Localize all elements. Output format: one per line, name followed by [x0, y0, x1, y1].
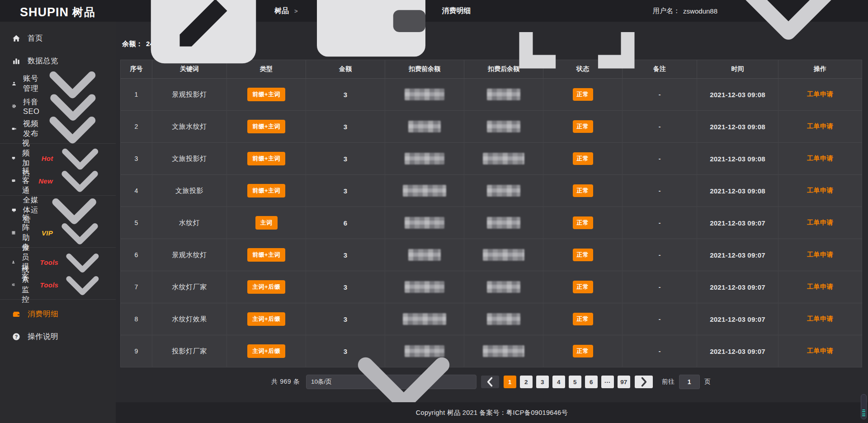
remark-text: -	[659, 123, 661, 130]
work-order-link[interactable]: 工单申请	[807, 90, 833, 98]
status-badge: 正常	[573, 88, 593, 101]
page-button-1[interactable]: 1	[504, 376, 516, 388]
side-widget[interactable]	[861, 394, 867, 419]
keyword-text: 水纹灯	[179, 219, 200, 226]
status-badge: 正常	[573, 281, 593, 293]
chart-icon	[12, 57, 21, 65]
keyword-text: 投影灯厂家	[172, 347, 207, 355]
vip-tag: VIP	[42, 229, 53, 237]
remark-text: -	[659, 283, 661, 291]
amount-text: 6	[344, 219, 347, 227]
work-order-link[interactable]: 工单申请	[807, 347, 833, 354]
logo-text-cn: 树品	[72, 5, 96, 19]
row-index: 7	[135, 283, 138, 291]
page-button-2[interactable]: 2	[520, 376, 533, 388]
masked-balance-after	[483, 153, 524, 164]
time-text: 2021-12-03 09:07	[710, 315, 765, 323]
amount-text: 3	[344, 91, 347, 99]
user-area: 用户名：zswodun88	[509, 0, 868, 79]
work-order-link[interactable]: 工单申请	[807, 283, 833, 290]
row-index: 4	[135, 187, 138, 194]
more-pages-button[interactable]: ···	[601, 376, 614, 388]
total-count: 共 969 条	[271, 378, 300, 386]
type-badge: 主词+后缀	[247, 312, 285, 326]
username-label: 用户名：	[653, 7, 680, 15]
work-order-link[interactable]: 工单申请	[807, 122, 833, 130]
app-icon	[136, 0, 271, 79]
chevron-down-icon	[58, 261, 107, 309]
work-order-link[interactable]: 工单申请	[807, 187, 833, 194]
breadcrumb-app[interactable]: 树品	[274, 6, 289, 16]
type-badge: 前缀+主词	[247, 120, 285, 133]
masked-balance-after	[487, 281, 520, 293]
sidebar-item-lead-monitoring[interactable]: 线索监控 Tools	[0, 273, 116, 296]
amount-text: 3	[344, 283, 347, 291]
status-badge: 正常	[573, 216, 593, 229]
sidebar-item-label: 视频发布	[23, 119, 38, 139]
remark-text: -	[659, 155, 661, 162]
page-button-3[interactable]: 3	[536, 376, 549, 388]
time-text: 2021-12-03 09:07	[710, 219, 765, 227]
status-badge: 正常	[573, 249, 593, 261]
time-text: 2021-12-03 09:08	[710, 123, 765, 131]
goto-suffix: 页	[704, 378, 711, 386]
tools-tag: Tools	[40, 281, 58, 289]
next-page-button[interactable]	[635, 376, 653, 388]
type-badge: 前缀+主词	[247, 248, 285, 262]
remark-text: -	[659, 348, 661, 355]
page-button-5[interactable]: 5	[569, 376, 581, 388]
keyword-text: 景观水纹灯	[172, 251, 207, 258]
breadcrumb: 树品 > 消费明细	[136, 0, 471, 79]
gear-icon	[12, 102, 16, 110]
table-row: 7水纹灯厂家主词+后缀3正常-2021-12-03 09:07工单申请	[121, 271, 862, 303]
masked-balance-before	[405, 153, 444, 164]
work-order-link[interactable]: 工单申请	[807, 315, 833, 322]
status-badge: 正常	[573, 152, 593, 165]
remark-text: -	[659, 251, 661, 258]
goto-page-input[interactable]	[679, 375, 700, 389]
user-dropdown[interactable]: 用户名：zswodun88	[653, 0, 856, 79]
page-button-97[interactable]: 97	[618, 376, 630, 388]
work-order-link[interactable]: 工单申请	[807, 219, 833, 226]
filter-icon	[12, 281, 15, 289]
masked-balance-after	[483, 345, 524, 357]
masked-balance-after	[487, 217, 520, 229]
fullscreen-icon[interactable]	[509, 0, 645, 79]
wallet-icon	[303, 0, 439, 79]
masked-balance-after	[487, 89, 520, 100]
chevron-down-icon	[721, 0, 856, 79]
home-icon	[12, 34, 21, 42]
page-button-6[interactable]: 6	[585, 376, 598, 388]
type-badge: 主词	[255, 216, 278, 230]
type-badge: 前缀+主词	[247, 152, 285, 165]
table-body: 1景观投影灯前缀+主词3正常-2021-12-03 09:08工单申请2文旅水纹…	[121, 79, 862, 367]
type-badge: 前缀+主词	[247, 184, 285, 197]
remark-text: -	[659, 315, 661, 323]
status-badge: 正常	[573, 184, 593, 197]
masked-balance-before	[405, 89, 444, 100]
page-size-select[interactable]: 10条/页	[306, 375, 476, 389]
prev-page-button[interactable]	[481, 376, 499, 388]
row-index: 6	[135, 251, 138, 258]
page-size-value: 10条/页	[311, 378, 332, 386]
masked-balance-before	[403, 313, 446, 325]
work-order-link[interactable]: 工单申请	[807, 251, 833, 258]
masked-balance-after	[487, 121, 520, 132]
table-row: 2文旅水纹灯前缀+主词3正常-2021-12-03 09:08工单申请	[121, 111, 862, 143]
sidebar-item-home[interactable]: 首页	[0, 27, 116, 50]
masked-balance-before	[405, 345, 444, 357]
sidebar: 首页 数据总览 账号管理 抖音SEO 视频发布 视频加热 Hot 抖客通 New	[0, 22, 116, 423]
main-content: 余额：24856.00 序号 关键词 类型 金额 扣费前余额 扣费后余额 状态 …	[116, 22, 868, 423]
masked-balance-after	[487, 313, 520, 325]
topbar: SHUPIN 树品 树品 > 消费明细 用户名：zswodun88	[0, 0, 868, 22]
time-text: 2021-12-03 09:07	[710, 348, 765, 355]
monitor-icon	[12, 206, 16, 214]
keyword-text: 景观投影灯	[172, 90, 207, 98]
sidebar-item-operation-guide[interactable]: ? 操作说明	[0, 325, 116, 348]
status-badge: 正常	[573, 120, 593, 133]
masked-balance-after	[487, 185, 520, 197]
row-index: 3	[135, 155, 138, 162]
page-button-4[interactable]: 4	[552, 376, 565, 388]
keyword-text: 水纹灯效果	[172, 315, 207, 323]
work-order-link[interactable]: 工单申请	[807, 155, 833, 162]
